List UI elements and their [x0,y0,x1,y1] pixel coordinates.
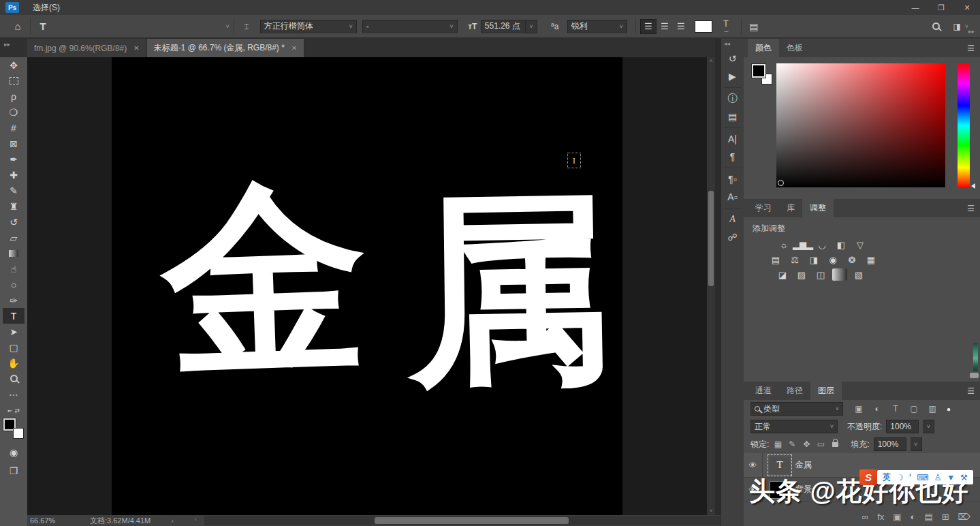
paragraph-styles-icon[interactable]: ¶▫ [723,170,742,188]
doc-tab-fm[interactable]: fm.jpg @ 90.6%(RGB/8#)✕ [27,39,147,57]
color-picker-handle[interactable] [778,180,784,186]
shape-icon[interactable]: ▢ [3,339,25,355]
healing-brush-icon[interactable]: ✚ [3,167,25,183]
vertical-scroll-thumb[interactable] [708,191,714,286]
fill-chevron-icon[interactable]: ˅ [911,437,922,451]
warp-text-icon[interactable]: T [718,18,734,35]
horizontal-scrollbar[interactable]: ‹ › [204,516,729,525]
font-size-chevron-icon[interactable]: ˅ [526,20,537,33]
brush-icon[interactable]: ✎ [3,183,25,198]
ime-lang-icon[interactable]: 英 [883,471,891,483]
smudge-icon[interactable]: ☝ [3,261,25,277]
history-brush-icon[interactable]: ↺ [3,214,25,230]
tab-adjustments[interactable]: 调整 [802,199,834,217]
lock-move-icon[interactable]: ✥ [802,439,811,449]
document-canvas[interactable]: 金 属 I [112,57,622,515]
crop-icon[interactable]: # [3,120,25,136]
antialias-select[interactable]: 锐利 ˅ [567,20,627,33]
pen-icon[interactable]: ✑ [3,292,25,308]
opacity-chevron-icon[interactable]: ˅ [923,420,934,433]
current-tool-icon[interactable]: T [35,18,51,35]
layer-style-icon[interactable]: fx [877,512,884,522]
filter-type-icon[interactable]: T [889,404,902,414]
toggle-panels-icon[interactable]: ▤ [746,18,762,35]
actions-icon[interactable]: ▶ [723,67,742,85]
posterize-icon[interactable]: ▨ [794,268,809,281]
character-panel-icon[interactable]: A| [723,130,742,148]
hue-slider[interactable] [958,63,970,187]
align-center-button[interactable]: ☰ [657,19,673,34]
brightness-contrast-icon[interactable]: ☼ [776,238,791,251]
font-size-input[interactable]: 551.26 点 [481,20,526,33]
filter-adjustment-icon[interactable]: ◐ [871,404,883,414]
invert-icon[interactable]: ◪ [775,268,790,281]
scroll-down-icon[interactable]: ˅ [707,507,715,515]
layer-filter-select[interactable]: 类型 ˅ [750,402,843,416]
ime-keyboard-icon[interactable]: ⌨ [917,473,928,482]
layer-mask-icon[interactable]: ▣ [893,512,901,522]
move-icon[interactable]: ✥ [3,57,25,73]
eraser-icon[interactable]: ▱ [3,230,25,245]
tool-preset-chevron-icon[interactable]: ˅ [222,23,230,30]
hue-slider-handle[interactable] [971,183,975,189]
layer-visibility-icon[interactable]: 👁 [744,453,763,477]
tab-close-icon[interactable]: ✕ [133,44,139,52]
lock-paint-icon[interactable]: ✎ [787,439,797,449]
marquee-icon[interactable] [3,73,25,89]
close-button[interactable]: ✕ [954,0,980,15]
hand-icon[interactable]: ✋ [3,355,25,371]
channel-mixer-icon[interactable]: ❂ [844,253,859,266]
minimize-button[interactable]: — [902,0,928,15]
scroll-up-icon[interactable]: ˄ [707,57,715,65]
lasso-icon[interactable]: ρ [3,89,25,104]
new-group-icon[interactable]: ▤ [924,512,932,522]
mores-icon[interactable]: ⋯ [3,386,25,402]
ime-skin-icon[interactable]: ▼ [947,473,955,482]
screen-mode-icon[interactable]: ❐ [3,463,25,478]
ime-tools-icon[interactable]: ⚒ [960,473,968,482]
type-icon[interactable]: T [3,308,25,324]
share-icon[interactable]: ☍ [723,228,742,246]
dodge-icon[interactable]: ○ [3,277,25,292]
quick-mask-icon[interactable]: ◉ [3,444,25,460]
panel-menu-icon[interactable]: ☰ [967,204,975,213]
info-icon[interactable]: ⓘ [723,90,742,108]
delete-layer-icon[interactable]: ⌦ [958,512,970,522]
exposure-icon[interactable]: ◧ [834,238,849,251]
align-right-button[interactable]: ☰ [673,19,689,34]
search-icon[interactable] [932,22,940,30]
zoom-icon[interactable] [3,371,25,386]
foreground-color-swatch[interactable] [752,64,765,78]
new-layer-icon[interactable]: ⊞ [942,512,949,522]
dock-expand-icon[interactable]: ▸▸ [968,28,975,35]
curves-icon[interactable]: ◡ [815,238,829,251]
fill-input[interactable]: 100% [874,437,906,451]
panel-menu-icon[interactable]: ☰ [967,386,975,396]
filter-pixel-icon[interactable]: ▣ [853,404,865,414]
panel-menu-icon[interactable]: ☰ [967,44,975,53]
link-layers-icon[interactable]: ∞ [862,512,868,522]
paragraph-panel-icon[interactable]: ¶ [723,148,742,166]
tab-layers[interactable]: 图层 [810,382,842,400]
blend-mode-select[interactable]: 正常 ˅ [750,420,838,433]
color-lookup-icon[interactable]: ▦ [864,253,879,266]
tab-color[interactable]: 颜色 [748,39,779,57]
panel-collapse-icon[interactable]: ◂◂ [721,39,730,50]
swap-colors-icon[interactable]: ⇄ [14,407,20,414]
quick-selection-icon[interactable]: ❍ [3,104,25,120]
gradient-icon[interactable] [3,245,25,261]
tab-swatches[interactable]: 色板 [779,39,810,57]
filter-smartobject-icon[interactable]: ▥ [926,404,938,414]
doc-tab-untitled[interactable]: 未标题-1 @ 66.7% (金属, RGB/8#) *✕ [147,39,305,57]
text-orientation-icon[interactable]: ⌶ [238,18,255,35]
properties-icon[interactable]: ▤ [723,108,742,125]
tab-close-icon[interactable]: ✕ [291,44,297,52]
hue-saturation-icon[interactable]: ▤ [768,253,783,266]
default-colors-icon[interactable]: ▪▫ [7,407,12,414]
path-select-icon[interactable]: ➤ [3,324,25,339]
levels-icon[interactable]: ▂▆▂ [795,238,810,251]
ime-moon-icon[interactable]: ☽ [896,473,904,482]
character-styles-icon[interactable]: A▫ [723,188,742,206]
frame-icon[interactable]: ⊠ [3,136,25,151]
toolbar-collapse-icon[interactable]: ▸▸ [0,38,27,57]
